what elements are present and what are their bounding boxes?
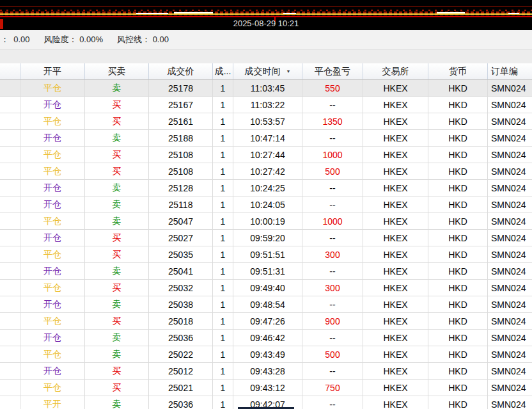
- table-row[interactable]: 平仓 买 25021 1 09:43:12 750 HKEX HKD SMN02…: [0, 380, 532, 396]
- buy-sell-cell: 卖: [85, 330, 149, 346]
- row-indicator-cell: [0, 180, 20, 196]
- col-header-trade-time[interactable]: 成交时间 ▼: [233, 63, 302, 79]
- close-pnl-cell: --: [302, 296, 363, 312]
- open-close-cell: 开仓: [20, 97, 85, 113]
- exchange-cell: HKEX: [363, 346, 428, 362]
- buy-sell-cell: 卖: [85, 196, 149, 213]
- exchange-cell: HKEX: [363, 380, 428, 396]
- exchange-cell: HKEX: [363, 147, 428, 163]
- col-header-exchange[interactable]: 交易所: [363, 63, 428, 79]
- col-header-trade-price[interactable]: 成交价: [149, 63, 213, 79]
- close-pnl-cell: 300: [302, 280, 363, 296]
- table-row[interactable]: 开仓 卖 25188 1 10:47:14 -- HKEX HKD SMN024: [0, 130, 532, 147]
- price-line-highlight: [508, 13, 519, 14]
- close-pnl-cell: 500: [302, 346, 363, 362]
- table-row[interactable]: 开仓 卖 25118 1 10:24:05 -- HKEX HKD SMN024: [0, 196, 532, 213]
- open-close-cell: 开仓: [20, 330, 85, 346]
- table-row[interactable]: 平仓 卖 25047 1 10:00:19 1000 HKEX HKD SMN0…: [0, 213, 532, 230]
- table-row[interactable]: 平仓 卖 25178 1 11:03:45 550 HKEX HKD SMN02…: [0, 80, 532, 97]
- row-indicator-cell: [0, 246, 20, 262]
- col-header-order-id[interactable]: 订单编: [488, 63, 532, 79]
- table-row[interactable]: 平仓 买 25108 1 10:27:42 500 HKEX HKD SMN02…: [0, 163, 532, 180]
- currency-cell: HKD: [428, 396, 488, 409]
- buy-sell-cell: 卖: [85, 213, 149, 229]
- buy-sell-cell: 卖: [85, 396, 149, 409]
- row-indicator-cell: [0, 263, 20, 279]
- table-header-row: 开平 买卖 成交价 成... 成交时间 ▼ 平仓盈亏 交易所 货币 订单编: [0, 63, 532, 80]
- table-row[interactable]: 平仓 卖 25022 1 09:43:49 500 HKEX HKD SMN02…: [0, 346, 532, 363]
- order-id-cell: SMN024: [488, 113, 532, 129]
- table-row[interactable]: 开仓 卖 25128 1 10:24:25 -- HKEX HKD SMN024: [0, 180, 532, 196]
- table-row[interactable]: 开仓 卖 25038 1 09:48:54 -- HKEX HKD SMN024: [0, 296, 532, 313]
- row-indicator-cell: [0, 163, 20, 179]
- table-row[interactable]: 平仓 买 25161 1 10:53:57 1350 HKEX HKD SMN0…: [0, 113, 532, 130]
- trade-time-cell: 10:27:42: [233, 163, 302, 179]
- close-pnl-cell: --: [302, 396, 363, 409]
- trading-app-window: 2025-08-29 10:21 ： 0.00 风险度： 0.00% 风控线： …: [0, 0, 532, 409]
- trade-time-cell: 10:53:57: [233, 113, 302, 129]
- col-header-open-close[interactable]: 开平: [20, 63, 85, 79]
- exchange-cell: HKEX: [363, 196, 428, 213]
- row-indicator-cell: [0, 296, 20, 312]
- trade-price-cell: 25161: [149, 113, 213, 129]
- buy-sell-cell: 买: [85, 163, 149, 179]
- col-header-close-pnl[interactable]: 平仓盈亏: [302, 63, 363, 79]
- close-pnl-cell: 550: [302, 80, 363, 96]
- trade-price-cell: 25178: [149, 80, 213, 96]
- exchange-cell: HKEX: [363, 213, 428, 229]
- order-id-cell: SMN024: [488, 130, 532, 146]
- row-indicator-cell: [0, 313, 20, 329]
- trade-time-cell: 10:24:05: [233, 196, 302, 213]
- trade-price-cell: 25047: [149, 213, 213, 229]
- trade-price-cell: 25128: [149, 180, 213, 196]
- price-line: [0, 13, 532, 15]
- col-header-currency[interactable]: 货币: [428, 63, 488, 79]
- price-line-highlight: [174, 12, 213, 13]
- close-pnl-cell: 500: [302, 163, 363, 179]
- open-close-cell: 平仓: [20, 147, 85, 163]
- order-id-cell: SMN024: [488, 280, 532, 296]
- currency-cell: HKD: [428, 213, 488, 229]
- order-id-cell: SMN024: [488, 330, 532, 346]
- table-row[interactable]: 平仓 买 25032 1 09:49:40 300 HKEX HKD SMN02…: [0, 280, 532, 296]
- table-row[interactable]: 开仓 卖 25036 1 09:46:42 -- HKEX HKD SMN024: [0, 330, 532, 346]
- table-row[interactable]: 平仓 买 25035 1 09:51:51 300 HKEX HKD SMN02…: [0, 246, 532, 263]
- table-row[interactable]: 开仓 卖 25041 1 09:51:31 -- HKEX HKD SMN024: [0, 263, 532, 280]
- col-header-buy-sell[interactable]: 买卖: [85, 63, 149, 79]
- order-id-cell: SMN024: [488, 380, 532, 396]
- trade-price-cell: 25108: [149, 147, 213, 163]
- order-id-cell: SMN024: [488, 97, 532, 113]
- trade-price-cell: 25035: [149, 246, 213, 262]
- open-close-cell: 开仓: [20, 196, 85, 213]
- trade-time-cell: 10:00:19: [233, 213, 302, 229]
- table-row[interactable]: 开仓 买 25027 1 09:59:20 -- HKEX HKD SMN024: [0, 230, 532, 246]
- trade-time-cell: 09:46:42: [233, 330, 302, 346]
- table-body: 平仓 卖 25178 1 11:03:45 550 HKEX HKD SMN02…: [0, 80, 532, 409]
- open-close-cell: 平仓: [20, 380, 85, 396]
- col-header-trade-time-label: 成交时间: [245, 66, 281, 77]
- close-pnl-cell: 300: [302, 246, 363, 262]
- close-pnl-cell: --: [302, 196, 363, 213]
- buy-sell-cell: 买: [85, 246, 149, 262]
- exchange-cell: HKEX: [363, 396, 428, 409]
- row-indicator-cell: [0, 196, 20, 213]
- order-id-cell: SMN024: [488, 230, 532, 246]
- currency-cell: HKD: [428, 130, 488, 146]
- table-row[interactable]: 开仓 买 25167 1 11:03:22 -- HKEX HKD SMN024: [0, 97, 532, 113]
- currency-cell: HKD: [428, 263, 488, 279]
- trade-time-cell: 09:43:12: [233, 380, 302, 396]
- table-row[interactable]: 平仓 买 25018 1 09:47:26 900 HKEX HKD SMN02…: [0, 313, 532, 330]
- table-row[interactable]: 开仓 买 25012 1 09:43:28 -- HKEX HKD SMN024: [0, 363, 532, 380]
- exchange-cell: HKEX: [363, 246, 428, 262]
- col-header-quantity[interactable]: 成...: [213, 63, 233, 79]
- buy-sell-cell: 卖: [85, 130, 149, 146]
- quantity-cell: 1: [213, 313, 233, 329]
- row-indicator-cell: [0, 147, 20, 163]
- table-row[interactable]: 平仓 买 25108 1 10:27:44 1000 HKEX HKD SMN0…: [0, 147, 532, 163]
- row-indicator-cell: [0, 330, 20, 346]
- quantity-cell: 1: [213, 147, 233, 163]
- equity-value: ： 0.00: [1, 34, 30, 45]
- panel-divider-strip: [0, 49, 532, 63]
- open-close-cell: 开仓: [20, 263, 85, 279]
- order-id-cell: SMN024: [488, 263, 532, 279]
